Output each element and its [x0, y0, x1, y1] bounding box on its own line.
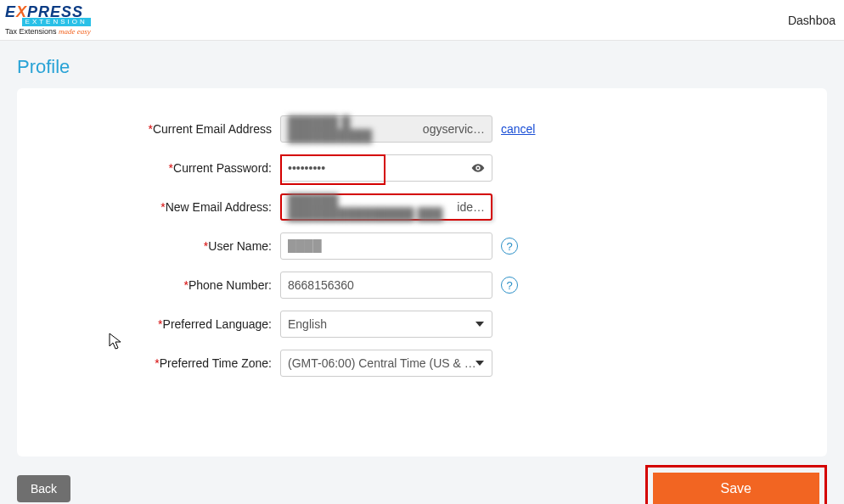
new-email-label: *New Email Address:: [51, 200, 280, 214]
logo-subtext: EXTENSION: [22, 18, 91, 26]
row-current-password: *Current Password:: [51, 154, 793, 182]
timezone-select[interactable]: (GMT-06:00) Central Time (US & …: [280, 350, 492, 377]
current-email-field: ██████ █ ██████████ogyservic…: [280, 115, 492, 143]
username-input[interactable]: [280, 232, 492, 260]
profile-card: *Current Email Address ██████ █ ████████…: [17, 88, 827, 456]
page-title: Profile: [0, 41, 844, 88]
row-phone: *Phone Number: ?: [51, 272, 793, 299]
back-button[interactable]: Back: [17, 475, 70, 502]
row-username: *User Name: ?: [51, 232, 793, 260]
nav-dashboard-link[interactable]: Dashboa: [788, 14, 836, 27]
footer-actions: Back Save: [0, 456, 844, 504]
current-password-input[interactable]: [280, 154, 492, 182]
phone-input[interactable]: [280, 272, 492, 299]
username-label: *User Name:: [51, 239, 280, 253]
row-new-email: *New Email Address: ██████ █████████████…: [51, 193, 793, 221]
toggle-password-visibility-icon[interactable]: [470, 160, 486, 176]
brand-logo: EXPRESS EXTENSION Tax Extensions made ea…: [5, 4, 91, 36]
cancel-link[interactable]: cancel: [501, 122, 535, 136]
timezone-label: *Preferred Time Zone:: [51, 356, 280, 370]
logo-tagline: Tax Extensions made easy: [5, 28, 91, 36]
save-button[interactable]: Save: [653, 473, 819, 504]
current-email-label: *Current Email Address: [51, 122, 280, 136]
top-bar: EXPRESS EXTENSION Tax Extensions made ea…: [0, 0, 844, 41]
language-label: *Preferred Language:: [51, 317, 280, 331]
username-help-icon[interactable]: ?: [501, 238, 518, 255]
current-password-label: *Current Password:: [51, 161, 280, 175]
row-timezone: *Preferred Time Zone: (GMT-06:00) Centra…: [51, 350, 793, 377]
new-email-field[interactable]: ██████ ███████████████ ███ide…: [280, 193, 492, 221]
row-language: *Preferred Language: English: [51, 311, 793, 338]
phone-label: *Phone Number:: [51, 278, 280, 292]
save-button-highlight: Save: [645, 465, 827, 504]
row-current-email: *Current Email Address ██████ █ ████████…: [51, 115, 793, 143]
phone-help-icon[interactable]: ?: [501, 277, 518, 294]
language-select[interactable]: English: [280, 311, 492, 338]
